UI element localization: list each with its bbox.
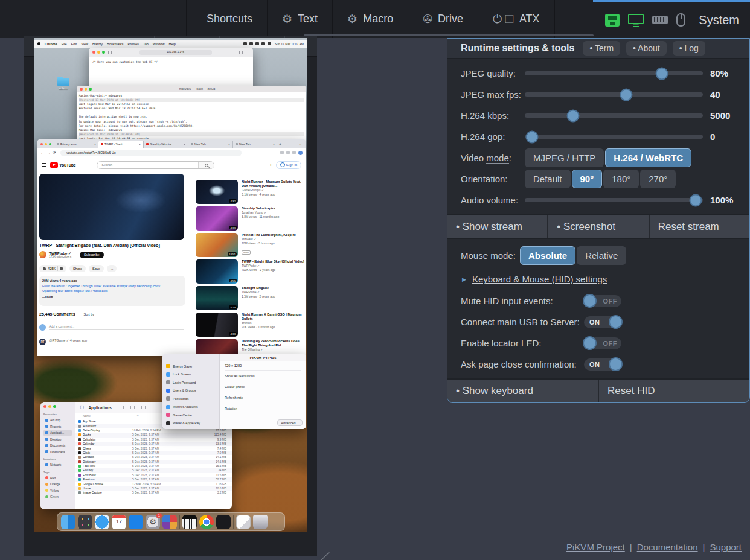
suggested-video-item[interactable]: 5:23 Starlight Brigade TWRPtube ✓ 1.5M v… [196, 286, 305, 310]
dock-app-icon[interactable] [129, 515, 143, 529]
slider-track[interactable] [525, 71, 703, 75]
toggle-knob[interactable] [583, 294, 597, 308]
like-button[interactable]: 425K [39, 265, 66, 272]
mute-hid-toggle[interactable]: OFF [584, 295, 621, 307]
channel-name[interactable]: TWRPtube ✓ [49, 251, 71, 255]
mac-menu-item[interactable]: Bookmarks [107, 42, 124, 46]
slider-track[interactable] [525, 92, 703, 97]
support-link[interactable]: Support [710, 542, 742, 552]
suggested-video-item[interactable]: 4:55 TWRP - Bright Blue Sky (Official Vi… [196, 259, 305, 284]
mac-menu-item[interactable]: Window [153, 42, 165, 46]
finder-file-row[interactable]: FaceTime 5 Dec 2023, 9:37 AM 15.5 MB [75, 464, 232, 468]
finder-file-row[interactable]: Freeform 5 Dec 2023, 9:37 AM 52.7 MB [75, 477, 232, 482]
panel-header-button[interactable]: • Log [673, 41, 705, 56]
video-mode-option[interactable]: MJPEG / HTTP [525, 148, 604, 167]
view-icon[interactable] [120, 406, 124, 409]
comment-input[interactable]: Add a comment... [49, 325, 184, 330]
dock-app-icon[interactable] [216, 515, 231, 529]
dock-app-icon[interactable] [182, 515, 197, 529]
input-switcher-icon[interactable] [249, 42, 253, 45]
video-description[interactable]: 20M views 4 years ago From the album "To… [39, 276, 185, 306]
chrome-tab[interactable]: Privacy error × [54, 141, 98, 148]
dock-app-icon[interactable] [253, 515, 268, 529]
usb-connect-toggle[interactable]: ON [584, 316, 621, 328]
comment-author[interactable]: @RTGame ✓ [49, 339, 69, 342]
stream-action-button[interactable]: • Screenshot [548, 215, 648, 238]
finder-sidebar-item[interactable]: Documents [43, 442, 72, 449]
slider-thumb[interactable] [656, 67, 668, 80]
stream-action-button[interactable]: • Show stream [447, 215, 547, 238]
dock-app-icon[interactable] [233, 515, 234, 529]
close-confirm-toggle[interactable]: ON [584, 358, 621, 371]
tag-icon[interactable] [141, 406, 146, 409]
settings-row[interactable]: Colour profile [225, 381, 301, 392]
dock-app-icon[interactable] [61, 515, 75, 529]
finder-file-row[interactable]: Find My 5 Dec 2023, 9:37 AM 34 MB [75, 468, 232, 472]
safari-sidebar-icon[interactable] [108, 51, 112, 54]
suggested-video-item[interactable]: 4:32 Night Runner - Magnum Bullets (feat… [196, 180, 305, 204]
mouse-mode-help-link[interactable]: mode [490, 250, 513, 261]
mac-menu-item[interactable]: History [92, 42, 103, 46]
settings-sidebar-item[interactable]: Game Center [166, 411, 216, 419]
finder-file-row[interactable]: Contacts 5 Dec 2023, 9:37 AM 14.1 MB [75, 455, 232, 459]
mac-menu-item[interactable]: View [81, 42, 88, 46]
locator-led-toggle[interactable]: OFF [584, 337, 621, 349]
slider-thumb[interactable] [620, 88, 633, 101]
chrome-address-bar[interactable]: youtube.com/watch?v=J8Q3i5w6-Ug [60, 150, 242, 156]
kebab-menu-icon[interactable]: ⋮ [269, 163, 272, 167]
hamburger-menu-icon[interactable] [42, 163, 46, 167]
finder-file-row[interactable]: Chess 5 Dec 2023, 9:37 AM 7.4 MB [75, 446, 232, 450]
youtube-search[interactable]: Search [97, 161, 214, 169]
toggle-knob[interactable] [583, 336, 597, 350]
advanced-button[interactable]: Advanced... [277, 419, 303, 426]
finder-tag-item[interactable]: Green [43, 494, 72, 500]
slider-track[interactable] [525, 135, 703, 139]
save-button[interactable]: Save [89, 265, 104, 272]
video-player[interactable] [39, 174, 184, 240]
chrome-tab[interactable]: TWRP - Starli... × [98, 141, 143, 148]
panel-header-button[interactable]: • Term [583, 41, 620, 56]
tab-close-icon[interactable]: × [139, 142, 141, 146]
chrome-traffic-lights[interactable] [40, 143, 51, 145]
nav-system-menu[interactable]: System [593, 0, 750, 38]
nav-menu-item[interactable]: ⚙ Macro [332, 0, 408, 38]
group-icon[interactable] [127, 406, 131, 409]
mac-menu-item[interactable]: Profiles [128, 42, 139, 46]
control-center-icon[interactable] [255, 42, 259, 45]
panel-header-button[interactable]: • About [626, 41, 667, 56]
finder-file-row[interactable]: Calendar 5 Dec 2023, 9:37 AM 13.5 MB [75, 442, 232, 446]
mac-menu-item[interactable]: Edit [71, 42, 77, 46]
pikvm-project-link[interactable]: PiKVM Project [566, 542, 625, 552]
settings-sidebar-item[interactable]: Passwords [166, 395, 216, 403]
hid-action-button[interactable]: Reset HID [599, 380, 749, 402]
audio-volume-thumb[interactable] [690, 194, 702, 206]
suggested-video-item[interactable]: 4:33 Night Runner X Danni GSO | Magnum B… [196, 313, 305, 337]
profile-avatar[interactable] [298, 151, 303, 155]
finder-sidebar-item[interactable]: Downloads [43, 449, 72, 456]
chrome-tab[interactable]: New Tab × [232, 141, 277, 148]
terminal-traffic-lights[interactable] [80, 88, 92, 91]
slider-thumb[interactable] [566, 109, 579, 122]
finder-back-forward[interactable]: ⟨⟩ [80, 405, 85, 410]
settings-row[interactable]: Rotation [225, 402, 301, 413]
comments-sort-button[interactable]: Sort by [84, 313, 94, 316]
description-more[interactable]: ...more [42, 294, 182, 299]
terminal-titlebar[interactable]: mdevaev — -bash — 80x23 [77, 86, 306, 92]
suggested-video-item[interactable]: 4:33 Starship Velociraptor Jonathan Youn… [196, 206, 305, 231]
nav-menu-item[interactable]: ⚙ Text [267, 0, 332, 38]
finder-file-row[interactable]: Google Chrome 12 Mar 2024, 3:24 AM 1.16 … [75, 482, 232, 486]
subscribe-button[interactable]: Subscribe [80, 252, 104, 258]
dock-app-icon[interactable] [179, 515, 180, 529]
channel-avatar[interactable] [39, 251, 46, 258]
tab-close-icon[interactable]: × [273, 142, 275, 146]
dock-app-icon[interactable] [199, 515, 214, 529]
finder-sidebar-item[interactable]: Applicati... [43, 430, 72, 436]
stream-action-button[interactable]: Reset stream [650, 215, 749, 238]
dock-app-icon[interactable] [95, 515, 109, 529]
safari-newtab-icon[interactable] [246, 51, 249, 54]
share-button[interactable]: Share [69, 265, 86, 272]
display-menu-icon[interactable] [243, 42, 247, 45]
slider-track[interactable] [525, 113, 703, 118]
side-panel-icon[interactable] [292, 151, 296, 154]
video-mode-option[interactable]: H.264 / WebRTC [605, 148, 691, 167]
